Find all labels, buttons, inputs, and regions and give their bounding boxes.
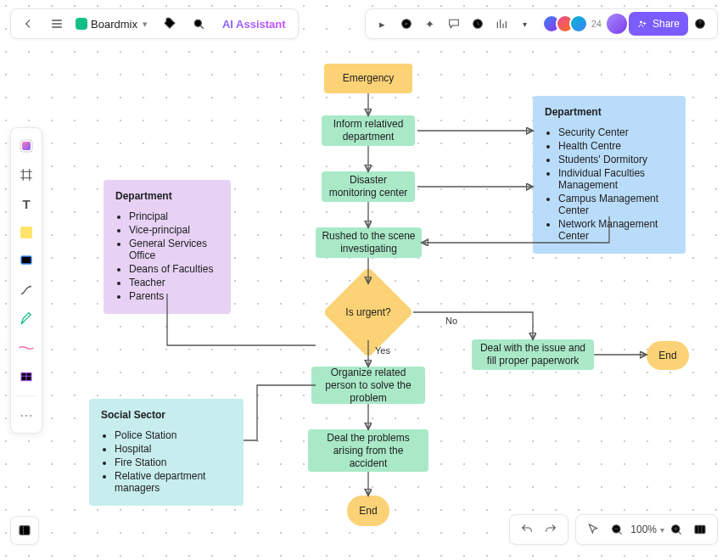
zoom-value: 100% <box>629 524 658 535</box>
left-toolbar: T ⋯ <box>10 127 42 434</box>
svg-rect-7 <box>20 227 32 238</box>
assets-icon[interactable] <box>14 133 39 159</box>
pen-icon[interactable] <box>14 306 39 332</box>
sticky-note-icon[interactable] <box>14 220 39 245</box>
bottom-toolbar: 100% ▾ <box>509 514 718 545</box>
edge-label-yes: Yes <box>375 345 390 356</box>
flowchart: Emergency Inform relatived department Di… <box>0 0 728 560</box>
pointer-tool-button[interactable] <box>581 518 605 541</box>
zoom-out-button[interactable] <box>605 518 629 541</box>
shape-icon[interactable] <box>14 249 39 274</box>
fit-view-button[interactable] <box>688 518 712 541</box>
text-icon[interactable]: T <box>14 191 39 216</box>
redo-button[interactable] <box>539 518 563 541</box>
edges <box>0 0 728 560</box>
svg-rect-8 <box>21 256 31 264</box>
connector-icon[interactable] <box>14 277 39 303</box>
table-icon[interactable] <box>14 364 39 389</box>
more-tools-button[interactable]: ⋯ <box>14 402 39 428</box>
highlighter-icon[interactable] <box>14 335 39 361</box>
zoom-in-button[interactable] <box>664 518 688 541</box>
edge-label-no: No <box>445 316 457 326</box>
frame-icon[interactable] <box>14 162 39 188</box>
undo-button[interactable] <box>515 518 539 541</box>
svg-rect-13 <box>695 525 705 533</box>
svg-rect-6 <box>22 142 31 150</box>
zoom-level-dropdown[interactable]: 100% ▾ <box>629 518 664 541</box>
